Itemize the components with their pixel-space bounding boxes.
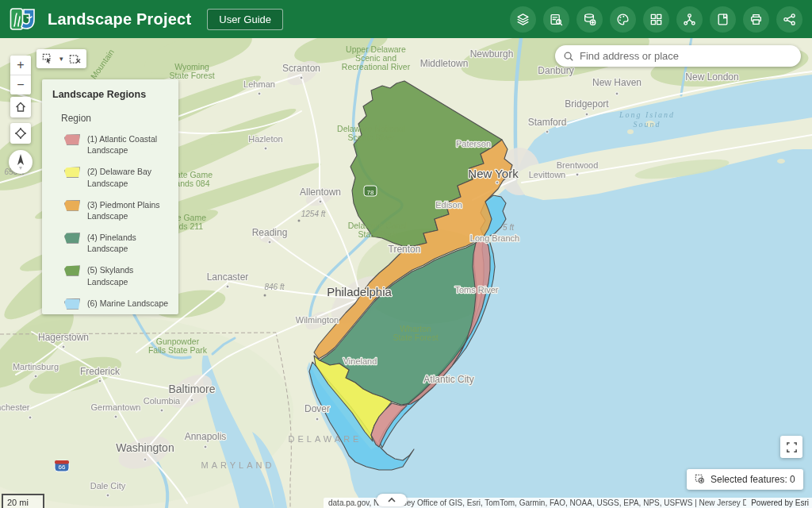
compass-button[interactable] (9, 150, 33, 174)
selection-toolbar: ▾ (36, 49, 86, 68)
print-icon (749, 13, 763, 26)
bookmark-icon (716, 13, 730, 26)
city-label: New York (468, 167, 519, 180)
city-label: Hagerstown (38, 332, 89, 343)
city-dot (316, 418, 319, 421)
city-label: Lehman (243, 79, 275, 89)
elevation-label: 846 ft (264, 283, 285, 291)
apps-button[interactable] (643, 6, 669, 33)
header-toolbar (510, 6, 802, 33)
city-dot (98, 379, 102, 383)
share-button[interactable] (776, 6, 802, 33)
bookmark-button[interactable] (710, 6, 736, 33)
city-label: Stamford (528, 117, 567, 128)
map-container: 7866 ScrantonLehmanHazletonMiddletownNew… (0, 38, 812, 508)
legend-item: (4) Pinelands Landscape (64, 232, 169, 254)
city-label: Trenton (389, 244, 421, 255)
legend-item-label: (5) Skylands Landscape (87, 264, 169, 287)
svg-text:78: 78 (367, 189, 374, 196)
home-icon (14, 101, 27, 114)
city-label: Lancaster (207, 271, 249, 283)
legend-item-label: (1) Atlantic Coastal Landscape (87, 133, 169, 156)
select-rectangle-icon (42, 53, 54, 65)
feature-search-icon (550, 13, 563, 26)
legend-field-label: Region (61, 113, 169, 124)
home-button[interactable] (10, 97, 31, 117)
chevron-up-icon (388, 497, 396, 503)
city-dot (268, 241, 271, 244)
city-dot (576, 173, 579, 176)
user-guide-button[interactable]: User Guide (207, 9, 283, 30)
legend-item: (2) Delaware Bay Landscape (64, 166, 169, 188)
legend-panel: Landscape Regions Region (1) Atlantic Co… (42, 79, 178, 314)
city-label: Toms River (454, 285, 498, 294)
legend-item: (1) Atlantic Coastal Landscape (64, 133, 169, 156)
landscape-project-app: Landscape Project User Guide (0, 0, 812, 508)
state-label: MARYLAND (201, 460, 275, 470)
select-tool-button[interactable] (38, 50, 57, 67)
basemap-button[interactable] (610, 6, 636, 33)
city-dot (34, 375, 37, 378)
selected-features-badge[interactable]: Selected features: 0 (687, 469, 803, 490)
city-label: Newburgh (470, 48, 514, 60)
selected-features-label: Selected features: 0 (710, 474, 795, 485)
city-label: New London (685, 71, 738, 83)
attribution-toggle[interactable] (377, 494, 407, 506)
elevation-label: 5 ft (503, 223, 515, 232)
print-button[interactable] (743, 6, 769, 33)
fullscreen-button[interactable] (780, 436, 802, 458)
city-label: New Haven (592, 77, 642, 88)
legend-swatch (64, 134, 80, 145)
apps-icon (649, 13, 663, 26)
search-icon (563, 51, 574, 62)
city-label: Martinsburg (13, 362, 59, 371)
city-label: Philadelphia (327, 285, 392, 298)
clear-selection-icon (69, 53, 81, 65)
legend-swatch (64, 265, 80, 276)
legend-swatch (64, 233, 80, 244)
page-title: Landscape Project (48, 10, 191, 29)
city-label: Levittown (529, 170, 565, 179)
nj-logo (10, 6, 38, 32)
city-dot (62, 345, 65, 348)
legend-item-label: (2) Delaware Bay Landscape (87, 166, 169, 188)
city-dot (615, 92, 619, 95)
city-label: Washington (116, 441, 174, 454)
app-header: Landscape Project User Guide (0, 0, 812, 38)
legend-swatch (64, 167, 80, 178)
city-dot (585, 113, 588, 116)
locate-icon (14, 127, 27, 140)
basemap-icon (616, 13, 630, 26)
zoom-out-button[interactable]: − (10, 75, 31, 94)
city-label: Germantown (91, 402, 141, 412)
city-dot (258, 92, 261, 95)
select-tool-dropdown[interactable]: ▾ (57, 50, 66, 67)
link-analysis-button[interactable] (676, 6, 703, 33)
feature-search-button[interactable] (543, 6, 569, 33)
city-label: Middletown (420, 58, 469, 69)
layers-button[interactable] (510, 6, 536, 33)
city-label: Allentown (300, 187, 341, 198)
city-dot (114, 415, 117, 418)
link-analysis-icon (683, 13, 696, 26)
city-label: Annapolis (185, 431, 227, 442)
fullscreen-icon (786, 441, 798, 453)
city-dot (106, 494, 109, 497)
locate-button[interactable] (10, 123, 31, 144)
scale-bar-label: 20 mi (7, 498, 29, 507)
city-label: Baltimore (168, 383, 215, 395)
city-dot (319, 200, 322, 203)
city-dot (300, 76, 303, 79)
city-label: Scranton (282, 63, 320, 74)
clear-selection-button[interactable] (66, 50, 85, 67)
city-label: Hazleton (248, 134, 282, 144)
city-label: Reading (252, 227, 288, 238)
data-button[interactable] (576, 6, 603, 33)
zoom-in-button[interactable]: + (10, 56, 31, 75)
city-dot (496, 181, 499, 184)
legend-items: (1) Atlantic Coastal Landscape(2) Delawa… (52, 133, 169, 310)
legend-item: (5) Skylands Landscape (64, 264, 169, 287)
elevation-label: 1254 ft (301, 210, 327, 218)
search-input[interactable] (580, 50, 793, 62)
route-shield-66: 66 (55, 460, 69, 471)
